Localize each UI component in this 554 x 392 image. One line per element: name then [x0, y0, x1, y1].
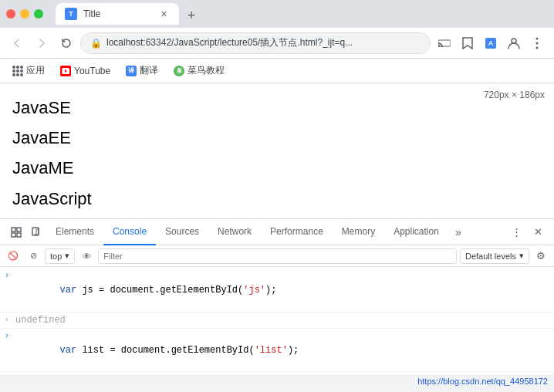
title-bar: T Title ✕ +: [0, 0, 554, 28]
nav-bar: 🔒 localhost:63342/JavaScript/lecture05/插…: [0, 28, 554, 59]
new-tab-button[interactable]: +: [182, 6, 201, 25]
youtube-label: YouTube: [74, 66, 110, 76]
youtube-icon: [60, 66, 71, 76]
console-line-2: ‹ undefined: [0, 313, 554, 329]
svg-point-1: [512, 39, 516, 43]
output-arrow-2: ‹: [5, 313, 15, 327]
console-toolbar: 🚫 ⊘ top ▾ 👁 Default levels ▾ ⚙: [0, 245, 554, 267]
bookmark-button[interactable]: [457, 32, 478, 54]
list-item-3: JavaScript: [12, 184, 542, 214]
nav-actions: A: [434, 32, 548, 54]
tab-title: Title: [83, 8, 151, 19]
console-clear-button[interactable]: 🚫: [5, 248, 22, 265]
devtools-tabs: Elements Console Sources Network Perform…: [46, 219, 506, 245]
context-value: top: [50, 252, 62, 261]
log-level-selector[interactable]: Default levels ▾: [460, 248, 529, 264]
devtools-panel: Elements Console Sources Network Perform…: [0, 218, 554, 388]
devtools-toolbar: Elements Console Sources Network Perform…: [0, 219, 554, 245]
runoob-icon: 菜: [174, 66, 184, 76]
address-bar[interactable]: 🔒 localhost:63342/JavaScript/lecture05/插…: [80, 32, 431, 54]
bookmark-runoob[interactable]: 菜 菜鸟教程: [167, 61, 231, 80]
back-button[interactable]: [6, 32, 28, 54]
tab-console[interactable]: Console: [103, 219, 156, 245]
bookmark-translate[interactable]: 译 翻译: [120, 61, 164, 80]
log-level-dropdown-icon: ▾: [519, 251, 524, 261]
svg-point-3: [536, 42, 539, 44]
apps-grid-icon: [12, 66, 23, 76]
list-item-1: JavaEE: [12, 123, 542, 153]
tab-performance[interactable]: Performance: [261, 219, 333, 245]
svg-point-4: [536, 46, 539, 49]
filter-input[interactable]: [98, 248, 457, 264]
input-arrow-1: ›: [5, 269, 15, 283]
bookmark-youtube[interactable]: YouTube: [54, 63, 117, 79]
svg-rect-12: [36, 229, 39, 235]
address-text: localhost:63342/JavaScript/lecture05/插入节…: [106, 36, 421, 49]
device-toggle-button[interactable]: [26, 222, 46, 242]
console-text-3: var list = document.getElementById('list…: [15, 329, 548, 371]
tab-memory[interactable]: Memory: [333, 219, 384, 245]
menu-button[interactable]: [526, 32, 548, 54]
status-link: https://blog.csdn.net/qq_44958172: [417, 377, 548, 386]
page-size-indicator: 720px × 186px: [484, 90, 545, 100]
svg-rect-9: [17, 233, 21, 237]
svg-point-2: [536, 37, 539, 39]
list-item-0: JavaSE: [12, 93, 542, 123]
tab-application[interactable]: Application: [384, 219, 448, 245]
tab-favicon: T: [65, 8, 77, 20]
log-level-value: Default levels: [465, 252, 516, 261]
list-item-2: JavaME: [12, 153, 542, 183]
translate-label: 翻译: [140, 64, 158, 77]
tab-bar: T Title ✕ +: [56, 3, 548, 25]
cast-button[interactable]: [434, 32, 455, 54]
profile-button[interactable]: [503, 32, 525, 54]
window-controls: [6, 9, 43, 19]
active-tab[interactable]: T Title ✕: [56, 3, 179, 25]
maximize-button[interactable]: [34, 9, 43, 19]
reload-button[interactable]: [56, 32, 77, 54]
more-tabs-button[interactable]: »: [448, 222, 468, 242]
bookmarks-bar: 应用 YouTube 译 翻译 菜 菜鸟教程: [0, 59, 554, 83]
bookmark-apps[interactable]: 应用: [6, 61, 51, 80]
svg-rect-6: [12, 228, 15, 231]
page-content: 720px × 186px JavaSE JavaEE JavaME JavaS…: [0, 83, 554, 218]
context-selector[interactable]: top ▾: [45, 248, 75, 264]
apps-label: 应用: [26, 64, 45, 77]
runoob-label: 菜鸟教程: [187, 64, 225, 77]
extension-button[interactable]: A: [480, 32, 502, 54]
tab-network[interactable]: Network: [208, 219, 261, 245]
svg-rect-8: [12, 233, 15, 237]
minimize-button[interactable]: [20, 9, 29, 19]
tab-close-button[interactable]: ✕: [157, 8, 170, 20]
tab-elements[interactable]: Elements: [46, 219, 103, 245]
lock-icon: 🔒: [90, 38, 102, 49]
svg-rect-7: [17, 228, 21, 231]
close-button[interactable]: [6, 9, 15, 19]
input-arrow-3: ›: [5, 329, 15, 343]
console-output: › var js = document.getElementById('js')…: [0, 267, 554, 374]
forward-button[interactable]: [31, 32, 52, 54]
devtools-right-actions: ⋮ ✕: [506, 222, 548, 242]
console-line-3: › var list = document.getElementById('li…: [0, 329, 554, 373]
context-dropdown-icon: ▾: [65, 251, 69, 261]
console-filter-toggle[interactable]: ⊘: [25, 248, 42, 265]
translate-icon: 译: [126, 66, 137, 76]
tab-sources[interactable]: Sources: [156, 219, 208, 245]
console-text-1: var js = document.getElementById('js');: [15, 269, 548, 311]
page-list: JavaSE JavaEE JavaME JavaScript: [12, 93, 542, 214]
eye-button[interactable]: 👁: [78, 248, 95, 265]
console-text-2: undefined: [15, 313, 548, 327]
status-bar: https://blog.csdn.net/qq_44958172: [0, 374, 554, 388]
devtools-close-button[interactable]: ✕: [528, 222, 548, 242]
inspect-element-button[interactable]: [6, 222, 26, 242]
devtools-settings-button[interactable]: ⋮: [506, 222, 526, 242]
console-settings-button[interactable]: ⚙: [532, 248, 549, 265]
console-line-1: › var js = document.getElementById('js')…: [0, 269, 554, 313]
